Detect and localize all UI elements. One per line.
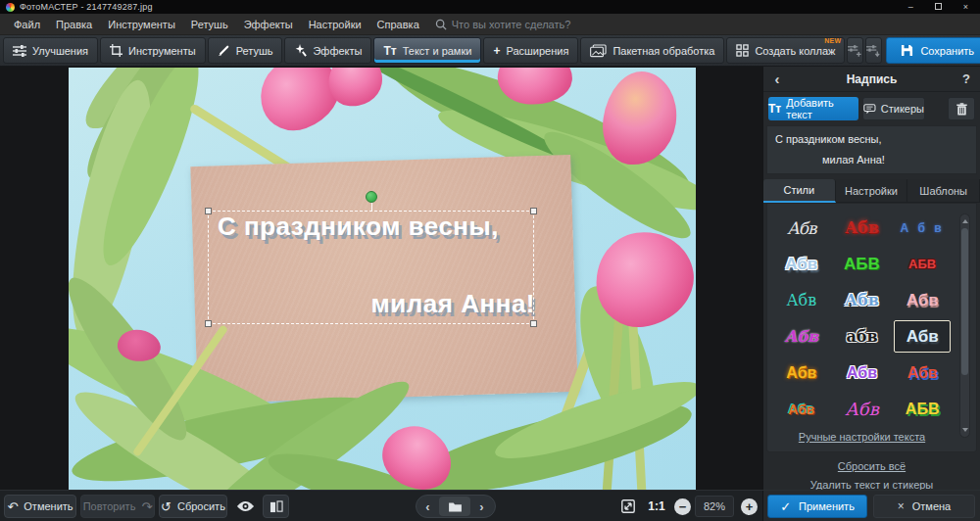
resize-handle-bottom-right[interactable] — [530, 320, 537, 327]
photo-stack-icon — [590, 44, 607, 58]
batch-processing-button[interactable]: Пакетная обработка — [580, 37, 724, 64]
zoom-level-value[interactable]: 82% — [695, 496, 734, 517]
style-swatch-16[interactable]: Абв — [832, 391, 893, 427]
preset-add-icon — [848, 44, 862, 58]
reset-all-link[interactable]: Сбросить всё — [838, 460, 906, 472]
help-icon[interactable]: ? — [953, 71, 980, 86]
search-input[interactable] — [452, 19, 599, 30]
resize-handle-top-right[interactable] — [530, 208, 537, 214]
undo-icon: ↶ — [7, 500, 18, 513]
save-button[interactable]: Сохранить — [886, 37, 980, 64]
menu-effects[interactable]: Эффекты — [236, 14, 301, 35]
add-text-button[interactable]: Tт Добавить текст — [768, 97, 858, 120]
tab-tools[interactable]: Инструменты — [100, 37, 206, 64]
text-selection-box[interactable] — [208, 211, 534, 324]
sliders-icon — [13, 45, 26, 57]
tab-label: Эффекты — [313, 45, 362, 57]
text-input-area[interactable]: С праздником весны, милая Анна! — [766, 125, 977, 174]
scrollbar-thumb[interactable] — [961, 228, 968, 375]
undo-label: Отменить — [24, 500, 73, 512]
undo-button[interactable]: ↶ Отменить — [4, 495, 76, 518]
preset-apply-button[interactable] — [865, 37, 882, 64]
resize-handle-bottom-left[interactable] — [205, 320, 212, 327]
style-swatch-0[interactable]: Абв — [771, 210, 832, 246]
style-swatch-7[interactable]: Абв — [832, 282, 893, 318]
new-badge: NEW — [824, 37, 841, 44]
fit-to-screen-button[interactable] — [615, 495, 641, 518]
previous-photo-icon[interactable]: ‹ — [416, 499, 439, 514]
reset-button[interactable]: ↺ Сбросить — [159, 495, 227, 518]
style-swatch-11-selected[interactable]: Абв — [894, 320, 951, 353]
tab-enhancements[interactable]: Улучшения — [3, 37, 98, 64]
tab-settings[interactable]: Настройки — [836, 179, 908, 203]
style-swatch-10[interactable]: абв — [832, 318, 893, 355]
style-swatch-17[interactable]: АБВ — [892, 391, 953, 427]
text-panel: ‹ Надпись ? Tт Добавить текст Стикеры С … — [762, 67, 980, 490]
scroll-down-icon[interactable] — [962, 428, 968, 432]
style-swatch-12[interactable]: Абв — [771, 355, 832, 391]
menu-file[interactable]: Файл — [6, 14, 48, 35]
style-swatch-8[interactable]: Абв — [892, 282, 953, 318]
tab-label: Инструменты — [128, 45, 196, 57]
tab-extensions[interactable]: + Расширения — [483, 37, 578, 64]
delete-text-button[interactable] — [948, 97, 975, 120]
rotate-handle[interactable] — [366, 191, 377, 203]
apply-button[interactable]: ✓ Применить — [767, 495, 867, 518]
actual-size-button[interactable]: 1:1 — [643, 495, 670, 518]
menu-settings[interactable]: Настройки — [301, 14, 369, 35]
style-swatch-4[interactable]: АБВ — [832, 246, 893, 282]
zoom-in-button[interactable]: + — [741, 498, 758, 515]
panel-title: Надпись — [791, 72, 953, 86]
style-swatch-13[interactable]: Абв — [832, 355, 893, 391]
tab-text-and-frames[interactable]: Tт Текст и рамки — [373, 37, 481, 64]
search-box[interactable] — [435, 19, 599, 30]
panel-actions: Tт Добавить текст Стикеры — [768, 97, 975, 120]
window-title: ФотоМАСТЕР - 2147749287.jpg — [20, 2, 153, 12]
preset-apply-icon — [866, 44, 881, 58]
cancel-button[interactable]: × Отмена — [873, 495, 975, 518]
style-swatch-2[interactable]: А б в — [892, 210, 953, 246]
style-swatch-14[interactable]: Абв — [892, 355, 953, 391]
tab-effects[interactable]: Эффекты — [284, 37, 371, 64]
manual-text-settings-link[interactable]: Ручные настройки текста — [799, 431, 925, 443]
collage-label: Создать коллаж — [755, 45, 835, 57]
scroll-up-icon[interactable] — [962, 219, 968, 223]
zoom-out-button[interactable]: − — [674, 498, 691, 515]
style-swatch-5[interactable]: АБВ — [892, 246, 953, 282]
tab-templates[interactable]: Шаблоны — [907, 179, 980, 203]
style-swatch-3[interactable]: Абв — [771, 246, 832, 282]
style-swatch-1[interactable]: Абв — [832, 210, 893, 246]
minimize-icon[interactable]: – — [908, 3, 913, 12]
plus-icon: + — [746, 500, 754, 513]
styles-scrollbar[interactable] — [959, 213, 970, 438]
cancel-label: Отмена — [912, 500, 951, 512]
resize-handle-top-left[interactable] — [205, 208, 212, 214]
tab-retouch[interactable]: Ретушь — [208, 37, 283, 64]
menu-tools[interactable]: Инструменты — [100, 14, 183, 35]
open-folder-button[interactable] — [439, 497, 470, 516]
redo-button[interactable]: Повторить ↷ — [80, 495, 155, 518]
tab-label: Текст и рамки — [403, 45, 472, 57]
photo-canvas[interactable]: С праздником весны, милая Анна! — [69, 68, 696, 490]
style-swatch-9[interactable]: Абв — [771, 318, 832, 355]
menu-edit[interactable]: Правка — [48, 14, 100, 35]
close-icon[interactable]: × — [963, 3, 968, 12]
before-after-button[interactable] — [263, 495, 289, 518]
stickers-button[interactable]: Стикеры — [862, 97, 925, 120]
menu-retouch[interactable]: Ретушь — [183, 14, 236, 35]
style-swatch-6[interactable]: Абв — [771, 282, 832, 318]
menu-help[interactable]: Справка — [369, 14, 427, 35]
text-value-line1: С праздником весны, — [775, 133, 882, 145]
show-original-button[interactable] — [231, 495, 259, 518]
panel-tabs: Стили Настройки Шаблоны — [763, 179, 980, 203]
create-collage-button[interactable]: Создать коллаж NEW — [726, 37, 845, 64]
style-swatch-15[interactable]: Абв — [771, 391, 832, 427]
close-icon: × — [898, 499, 905, 513]
next-photo-icon[interactable]: › — [470, 499, 493, 514]
back-icon[interactable]: ‹ — [763, 71, 791, 87]
tab-label: Ретушь — [236, 45, 273, 57]
preset-add-button[interactable] — [847, 37, 863, 64]
maximize-icon[interactable] — [935, 3, 942, 10]
collage-grid-icon — [736, 44, 749, 57]
tab-styles[interactable]: Стили — [763, 179, 836, 203]
